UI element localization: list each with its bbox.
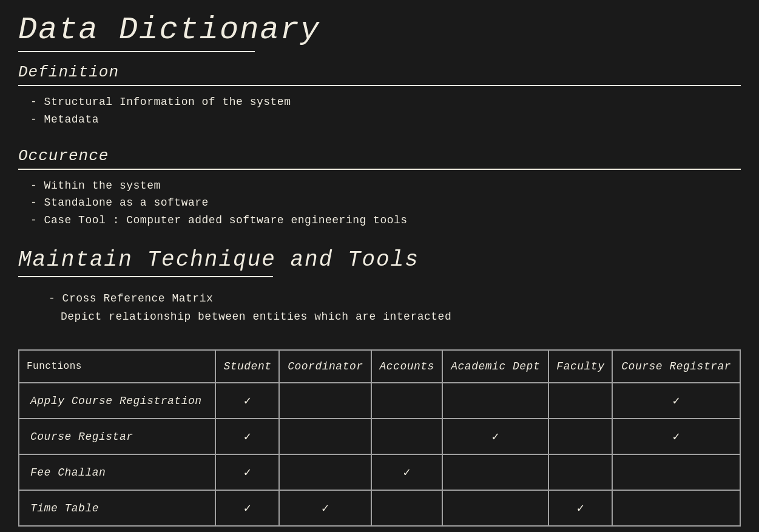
- maintain-content: Cross Reference Matrix Depict relationsh…: [18, 289, 741, 325]
- table-row: Time Table ✓ ✓ ✓: [19, 490, 740, 526]
- row-faculty-check: ✓: [548, 490, 612, 526]
- occurence-list: Within the system Standalone as a softwa…: [18, 177, 741, 229]
- row-function-label: Course Registar: [19, 419, 215, 454]
- table-row: Course Registar ✓ ✓ ✓: [19, 419, 740, 454]
- occurence-heading: Occurence: [18, 147, 109, 165]
- maintain-underline: [18, 276, 273, 277]
- definition-section: Definition Structural Information of the…: [18, 63, 741, 129]
- row-accounts-check: [371, 383, 442, 419]
- row-accounts-check: [371, 490, 442, 526]
- maintain-section: Maintain Technique and Tools Cross Refer…: [18, 247, 741, 325]
- row-coordinator-check: [279, 454, 371, 490]
- cross-ref-desc: Depict relationship between entities whi…: [49, 308, 741, 326]
- row-course-registrar-check: ✓: [612, 383, 740, 419]
- col-header-coordinator: Coordinator: [279, 350, 371, 383]
- list-item: Case Tool : Computer added software engi…: [30, 212, 741, 229]
- row-accounts-check: ✓: [371, 454, 442, 490]
- maintain-heading: Maintain Technique and Tools: [18, 247, 741, 272]
- row-academic-dept-check: [442, 454, 548, 490]
- row-student-check: ✓: [215, 490, 279, 526]
- definition-underline: [18, 85, 741, 86]
- list-item: Within the system: [30, 177, 741, 195]
- list-item: Structural Information of the system: [30, 93, 741, 111]
- row-coordinator-check: ✓: [279, 490, 371, 526]
- row-student-check: ✓: [215, 454, 279, 490]
- occurence-section: Occurence Within the system Standalone a…: [18, 147, 741, 229]
- list-item: Metadata: [30, 111, 741, 129]
- col-header-course-registrar: Course Registrar: [612, 350, 740, 383]
- row-function-label: Fee Challan: [19, 454, 215, 490]
- cross-ref-label: Cross Reference Matrix: [49, 289, 741, 308]
- row-function-label: Apply Course Registration: [19, 383, 215, 419]
- row-faculty-check: [548, 454, 612, 490]
- title-underline: [18, 51, 255, 52]
- row-academic-dept-check: ✓: [442, 419, 548, 454]
- col-header-academic-dept: Academic Dept: [442, 350, 548, 383]
- row-accounts-check: [371, 419, 442, 454]
- row-function-label: Time Table: [19, 490, 215, 526]
- col-header-functions: Functions: [19, 350, 215, 383]
- page-title: Data Dictionary: [18, 12, 741, 48]
- cross-reference-matrix-table: Functions Student Coordinator Accounts A…: [18, 349, 741, 527]
- page-title-block: Data Dictionary: [18, 12, 741, 52]
- definition-list: Structural Information of the system Met…: [18, 93, 741, 129]
- definition-heading: Definition: [18, 63, 119, 81]
- row-student-check: ✓: [215, 383, 279, 419]
- row-coordinator-check: [279, 419, 371, 454]
- row-academic-dept-check: [442, 383, 548, 419]
- row-course-registrar-check: [612, 454, 740, 490]
- row-faculty-check: [548, 383, 612, 419]
- table-header-row: Functions Student Coordinator Accounts A…: [19, 350, 740, 383]
- row-academic-dept-check: [442, 490, 548, 526]
- table-row: Apply Course Registration ✓ ✓: [19, 383, 740, 419]
- list-item: Standalone as a software: [30, 194, 741, 212]
- row-faculty-check: [548, 419, 612, 454]
- col-header-student: Student: [215, 350, 279, 383]
- row-student-check: ✓: [215, 419, 279, 454]
- col-header-accounts: Accounts: [371, 350, 442, 383]
- occurence-underline: [18, 169, 741, 170]
- row-course-registrar-check: ✓: [612, 419, 740, 454]
- cross-reference-table-section: Functions Student Coordinator Accounts A…: [18, 349, 741, 527]
- table-row: Fee Challan ✓ ✓: [19, 454, 740, 490]
- col-header-faculty: Faculty: [548, 350, 612, 383]
- row-coordinator-check: [279, 383, 371, 419]
- row-course-registrar-check: [612, 490, 740, 526]
